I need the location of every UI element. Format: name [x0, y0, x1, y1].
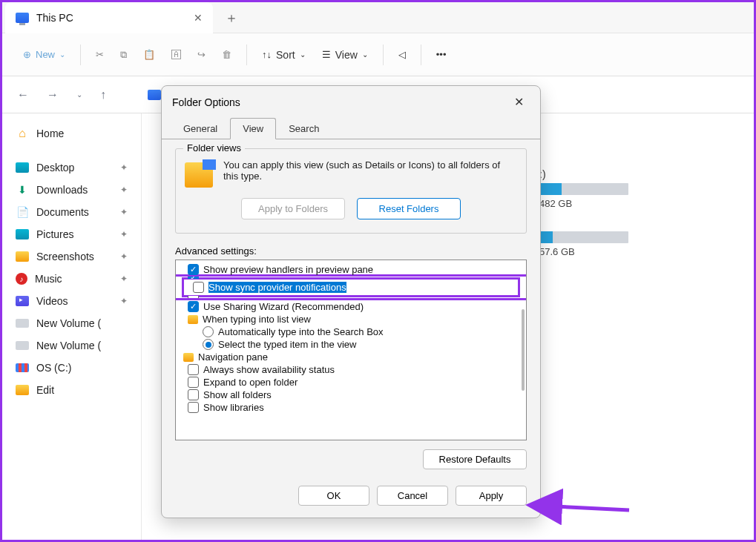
- sort-icon: ↑↓: [262, 49, 272, 60]
- clipboard-icon: 📋: [143, 49, 155, 60]
- trash-icon: 🗑: [222, 49, 231, 60]
- setting-select-typed[interactable]: Select the typed item in the view: [176, 338, 526, 351]
- advanced-settings-label: Advanced settings:: [175, 245, 527, 257]
- dialog-tabs: General View Search: [162, 118, 540, 139]
- new-tab-button[interactable]: ＋: [213, 9, 250, 27]
- plus-circle-icon: ⊕: [23, 49, 31, 60]
- checkbox-icon[interactable]: ✓: [188, 264, 199, 275]
- view-button[interactable]: ☰ View ⌄: [316, 44, 374, 65]
- window-tab[interactable]: This PC ✕: [5, 2, 213, 33]
- ok-button[interactable]: OK: [298, 486, 369, 506]
- advanced-settings-list[interactable]: ✓ Show preview handlers in preview pane …: [175, 260, 527, 440]
- dialog-title: Folder Options: [172, 96, 240, 108]
- chevron-down-icon: ⌄: [362, 50, 368, 59]
- drive-item[interactable]: 57.6 GB: [539, 231, 742, 257]
- reset-folders-button[interactable]: Reset Folders: [357, 198, 461, 219]
- sidebar-item-volume-2[interactable]: New Volume (: [8, 334, 135, 357]
- tab-view[interactable]: View: [230, 118, 276, 139]
- setting-show-all-folders[interactable]: Show all folders: [176, 389, 526, 401]
- documents-icon: 📄: [16, 206, 29, 218]
- setting-availability[interactable]: Always show availability status: [176, 363, 526, 376]
- folder-icon: [183, 353, 194, 362]
- copy-icon: ⧉: [120, 49, 127, 61]
- share-icon: ↪: [197, 49, 206, 60]
- dialog-titlebar: Folder Options ✕: [162, 86, 540, 118]
- sidebar-item-volume-1[interactable]: New Volume (: [8, 312, 135, 334]
- sidebar-item-pictures[interactable]: Pictures ✦: [8, 223, 135, 245]
- copy-button[interactable]: ⧉: [114, 44, 133, 65]
- back-button[interactable]: ←: [14, 85, 32, 105]
- checkbox-icon[interactable]: [193, 282, 204, 293]
- tab-general[interactable]: General: [171, 118, 230, 139]
- checkbox-icon[interactable]: ✓: [188, 301, 199, 312]
- checkbox-icon[interactable]: [188, 377, 199, 388]
- pin-icon: ✦: [120, 162, 128, 173]
- scrollbar[interactable]: [522, 309, 525, 391]
- up-button[interactable]: ↑: [97, 85, 109, 105]
- close-button[interactable]: ✕: [508, 93, 530, 110]
- os-drive-icon: [16, 363, 29, 372]
- new-button[interactable]: ⊕ New ⌄: [17, 44, 71, 65]
- videos-icon: [16, 296, 29, 306]
- titlebar: This PC ✕ ＋: [2, 2, 754, 33]
- apply-button[interactable]: Apply: [456, 486, 527, 506]
- dialog-footer: OK Cancel Apply: [162, 478, 540, 518]
- view-icon: ☰: [322, 49, 331, 60]
- sidebar-item-downloads[interactable]: ⬇ Downloads ✦: [8, 179, 135, 201]
- radio-icon[interactable]: [203, 326, 214, 337]
- setting-auto-search[interactable]: Automatically type into the Search Box: [176, 325, 526, 338]
- chevron-down-icon: ⌄: [300, 50, 306, 59]
- setting-sharing-wizard[interactable]: ✓ Use Sharing Wizard (Recommended): [176, 300, 526, 313]
- sidebar: ⌂ Home Desktop ✦ ⬇ Downloads ✦ 📄 Documen…: [2, 113, 142, 540]
- sidebar-item-os-c[interactable]: OS (C:): [8, 357, 135, 379]
- sidebar-item-documents[interactable]: 📄 Documents ✦: [8, 201, 135, 223]
- folder-icon: [16, 251, 29, 262]
- more-button[interactable]: •••: [430, 44, 453, 65]
- sidebar-item-screenshots[interactable]: Screenshots ✦: [8, 245, 135, 268]
- setting-show-libraries[interactable]: Show libraries: [176, 401, 526, 414]
- rename-button[interactable]: 🄰: [165, 44, 187, 65]
- checkbox-icon[interactable]: [188, 364, 199, 375]
- pin-icon: ✦: [120, 185, 128, 195]
- folder-views-group: Folder views You can apply this view (su…: [175, 148, 527, 234]
- forward-button[interactable]: →: [44, 85, 62, 105]
- cut-button[interactable]: ✂: [90, 44, 110, 65]
- delete-button[interactable]: 🗑: [216, 44, 237, 65]
- setting-expand-folder[interactable]: Expand to open folder: [176, 376, 526, 389]
- history-button[interactable]: ⌄: [73, 87, 85, 102]
- restore-defaults-button[interactable]: Restore Defaults: [423, 449, 527, 469]
- checkbox-icon[interactable]: [188, 402, 199, 413]
- share-button[interactable]: ↪: [191, 44, 211, 65]
- sidebar-item-home[interactable]: ⌂ Home: [8, 122, 135, 145]
- sidebar-item-music[interactable]: ♪ Music ✦: [8, 268, 135, 290]
- setting-typing-group[interactable]: When typing into list view: [176, 313, 526, 325]
- pizza-button[interactable]: ◁: [392, 44, 412, 65]
- tab-search[interactable]: Search: [276, 118, 332, 139]
- home-icon: ⌂: [16, 128, 29, 139]
- drive-item[interactable]: :) 482 GB: [539, 168, 742, 209]
- scissors-icon: ✂: [96, 49, 104, 60]
- nav-pane-group[interactable]: Navigation pane: [176, 351, 526, 363]
- pin-icon: ✦: [120, 207, 128, 217]
- annotation-arrow: [548, 495, 637, 527]
- ellipsis-icon: •••: [436, 49, 447, 60]
- breadcrumb-icon: [148, 90, 161, 100]
- close-tab-icon[interactable]: ✕: [194, 12, 203, 24]
- toolbar: ⊕ New ⌄ ✂ ⧉ 📋 🄰 ↪ 🗑 ↑↓ Sort ⌄ ☰ View ⌄ ◁…: [2, 33, 754, 76]
- setting-sync-notifications-highlighted: Show sync provider notifications: [182, 277, 520, 297]
- sidebar-item-videos[interactable]: Videos ✦: [8, 290, 135, 312]
- radio-icon[interactable]: [203, 339, 214, 350]
- paste-button[interactable]: 📋: [137, 44, 161, 65]
- sidebar-item-desktop[interactable]: Desktop ✦: [8, 156, 135, 179]
- drive-icon: [16, 341, 29, 350]
- sidebar-item-edit[interactable]: Edit: [8, 379, 135, 401]
- apply-to-folders-button[interactable]: Apply to Folders: [241, 198, 345, 219]
- this-pc-icon: [16, 13, 29, 23]
- checkbox-icon[interactable]: [188, 389, 199, 400]
- folder-icon: [16, 385, 29, 395]
- desktop-icon: [16, 162, 29, 173]
- sort-button[interactable]: ↑↓ Sort ⌄: [256, 44, 312, 65]
- music-icon: ♪: [16, 273, 27, 285]
- svg-line-0: [555, 506, 629, 510]
- cancel-button[interactable]: Cancel: [377, 486, 448, 506]
